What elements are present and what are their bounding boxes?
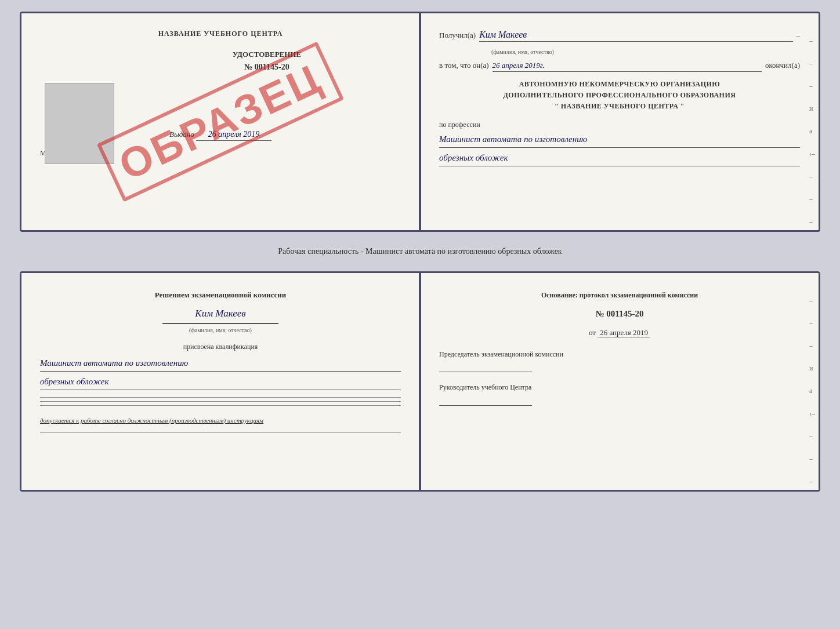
bottom-qual-line2: обрезных обложек: [40, 374, 401, 390]
rukovoditel-sig-line: [439, 405, 532, 406]
udostoverenie-label: УДОСТОВЕРЕНИЕ: [133, 50, 401, 59]
dopuskaetsya-label: допускается к: [40, 417, 79, 424]
bottom-doc-left-page: Решением экзаменационной комиссии Ким Ма…: [21, 273, 421, 490]
poluchil-label: Получил(а): [439, 31, 476, 40]
org-line3: " НАЗВАНИЕ УЧЕБНОГО ЦЕНТРА ": [439, 101, 800, 112]
cert-photo: [45, 83, 114, 164]
komissia-title: Решением экзаменационной комиссии: [40, 289, 401, 301]
vtom-label: в том, что он(а): [439, 61, 489, 70]
ot-date: 26 апреля 2019: [598, 328, 650, 337]
middle-text: Рабочая специальность - Машинист автомат…: [278, 247, 562, 256]
okonchil-label: окончил(а): [765, 61, 800, 70]
vtom-line: в том, что он(а) 26 апреля 2019г. окончи…: [439, 61, 800, 72]
rukovoditel-block: Руководитель учебного Центра: [439, 381, 800, 405]
org-line2: ДОПОЛНИТЕЛЬНОГО ПРОФЕССИОНАЛЬНОГО ОБРАЗО…: [439, 90, 800, 101]
bottom-fio-sub: (фамилия, имя, отчество): [40, 325, 401, 335]
bottom-doc-right-page: Основание: протокол экзаменационной коми…: [421, 273, 819, 490]
bottom-document: Решением экзаменационной комиссии Ким Ма…: [20, 271, 820, 492]
bottom-left-content: Решением экзаменационной комиссии Ким Ма…: [40, 289, 401, 433]
top-doc-left-page: НАЗВАНИЕ УЧЕБНОГО ЦЕНТРА ОБРАЗЕЦ УДОСТОВ…: [21, 13, 421, 230]
dopuskaetsya-block: допускается к работе согласно должностны…: [40, 415, 401, 426]
profession-line2: обрезных обложек: [439, 150, 800, 166]
top-document: НАЗВАНИЕ УЧЕБНОГО ЦЕНТРА ОБРАЗЕЦ УДОСТОВ…: [20, 12, 820, 232]
dopuskaetsya-text: работе согласно должностным (производств…: [81, 417, 263, 424]
middle-caption: Рабочая специальность - Машинист автомат…: [20, 241, 820, 262]
cert-number: № 001145-20: [133, 63, 401, 72]
rukovoditel-label: Руководитель учебного Центра: [439, 381, 800, 393]
org-line1: АВТОНОМНУЮ НЕКОММЕРЧЕСКУЮ ОРГАНИЗАЦИЮ: [439, 79, 800, 90]
issued-date: 26 апреля 2019: [196, 130, 271, 141]
bottom-right-content: Основание: протокол экзаменационной коми…: [439, 289, 800, 406]
bottom-qual-line1: Машинист автомата по изготовлению: [40, 355, 401, 372]
fio-sub-top: (фамилия, имя, отчество): [491, 49, 800, 55]
side-dashes-bottom: –––иа‹–––––: [809, 296, 815, 492]
side-dashes-top: –––иа‹–––––: [809, 37, 815, 232]
prisvoena-label: присвоена квалификация: [40, 341, 401, 352]
profession-line1: Машинист автомата по изготовлению: [439, 132, 800, 148]
cert-title: НАЗВАНИЕ УЧЕБНОГО ЦЕНТРА: [40, 30, 401, 38]
po-professii-label: по профессии: [439, 121, 800, 129]
poluchil-line: Получил(а) Ким Макеев –: [439, 30, 800, 42]
poluchil-name: Ким Макеев: [479, 30, 792, 42]
protocol-date: от 26 апреля 2019: [439, 326, 800, 339]
predsedatel-label: Председатель экзаменационной комиссии: [439, 348, 800, 360]
ot-label: от: [589, 328, 596, 337]
org-block: АВТОНОМНУЮ НЕКОММЕРЧЕСКУЮ ОРГАНИЗАЦИЮ ДО…: [439, 79, 800, 112]
vtom-date: 26 апреля 2019г.: [493, 61, 762, 72]
protocol-number: № 001145-20: [439, 307, 800, 322]
issued-label: Выдано: [169, 130, 194, 139]
top-doc-right-page: Получил(а) Ким Макеев – (фамилия, имя, о…: [421, 13, 819, 230]
predsedatel-sig-line: [439, 372, 532, 372]
bottom-person-name: Ким Макеев: [40, 306, 401, 322]
predsedatel-block: Председатель экзаменационной комиссии: [439, 348, 800, 372]
osnovanie-label: Основание: протокол экзаменационной коми…: [439, 289, 800, 301]
